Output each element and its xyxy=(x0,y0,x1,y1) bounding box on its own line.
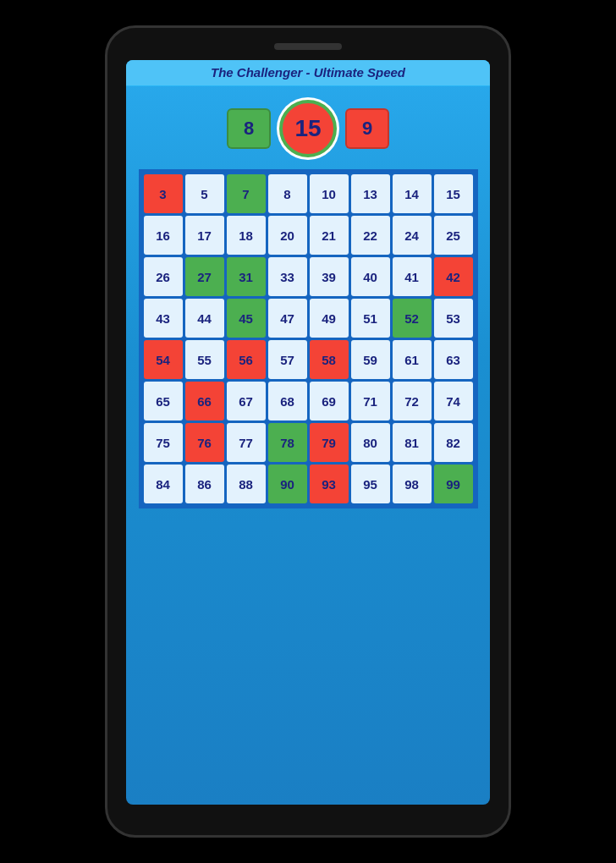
grid-cell-10[interactable]: 10 xyxy=(310,174,349,213)
grid-cell-42[interactable]: 42 xyxy=(434,257,473,296)
grid-cell-57[interactable]: 57 xyxy=(268,340,307,379)
grid-cell-40[interactable]: 40 xyxy=(351,257,390,296)
grid-cell-33[interactable]: 33 xyxy=(268,257,307,296)
grid-cell-20[interactable]: 20 xyxy=(268,216,307,255)
grid-cell-75[interactable]: 75 xyxy=(144,423,183,462)
grid-cell-99[interactable]: 99 xyxy=(434,464,473,503)
left-number-box[interactable]: 8 xyxy=(227,108,271,149)
phone-screen: The Challenger - Ultimate Speed 8 15 9 3… xyxy=(126,60,490,805)
center-number-value: 15 xyxy=(294,115,321,142)
grid-cell-21[interactable]: 21 xyxy=(310,216,349,255)
grid-cell-72[interactable]: 72 xyxy=(393,382,432,421)
grid-cell-71[interactable]: 71 xyxy=(351,382,390,421)
grid-cell-44[interactable]: 44 xyxy=(185,299,224,338)
grid-cell-51[interactable]: 51 xyxy=(351,299,390,338)
right-number-value: 9 xyxy=(362,118,372,140)
grid-cell-43[interactable]: 43 xyxy=(144,299,183,338)
grid-cell-22[interactable]: 22 xyxy=(351,216,390,255)
grid-cell-7[interactable]: 7 xyxy=(227,174,266,213)
phone-device: The Challenger - Ultimate Speed 8 15 9 3… xyxy=(105,25,511,838)
grid-cell-76[interactable]: 76 xyxy=(185,423,224,462)
grid-cell-24[interactable]: 24 xyxy=(393,216,432,255)
grid-cell-26[interactable]: 26 xyxy=(144,257,183,296)
left-number-value: 8 xyxy=(244,118,254,140)
grid-cell-81[interactable]: 81 xyxy=(393,423,432,462)
grid-cell-49[interactable]: 49 xyxy=(310,299,349,338)
game-title: The Challenger - Ultimate Speed xyxy=(211,65,405,80)
grid-cell-61[interactable]: 61 xyxy=(393,340,432,379)
grid-cell-65[interactable]: 65 xyxy=(144,382,183,421)
grid-cell-25[interactable]: 25 xyxy=(434,216,473,255)
grid-cell-13[interactable]: 13 xyxy=(351,174,390,213)
grid-cell-84[interactable]: 84 xyxy=(144,464,183,503)
grid-cell-5[interactable]: 5 xyxy=(185,174,224,213)
grid-cell-52[interactable]: 52 xyxy=(393,299,432,338)
grid-cell-86[interactable]: 86 xyxy=(185,464,224,503)
grid-cell-41[interactable]: 41 xyxy=(393,257,432,296)
grid-cell-77[interactable]: 77 xyxy=(227,423,266,462)
grid-cell-78[interactable]: 78 xyxy=(268,423,307,462)
grid-cell-93[interactable]: 93 xyxy=(310,464,349,503)
grid-cell-55[interactable]: 55 xyxy=(185,340,224,379)
grid-cell-27[interactable]: 27 xyxy=(185,257,224,296)
grid-cell-15[interactable]: 15 xyxy=(434,174,473,213)
grid-cell-45[interactable]: 45 xyxy=(227,299,266,338)
grid-cell-3[interactable]: 3 xyxy=(144,174,183,213)
center-number-circle[interactable]: 15 xyxy=(279,100,337,157)
grid-cell-53[interactable]: 53 xyxy=(434,299,473,338)
grid-cell-67[interactable]: 67 xyxy=(227,382,266,421)
grid-cell-54[interactable]: 54 xyxy=(144,340,183,379)
grid-cell-16[interactable]: 16 xyxy=(144,216,183,255)
grid-cell-39[interactable]: 39 xyxy=(310,257,349,296)
grid-cell-18[interactable]: 18 xyxy=(227,216,266,255)
grid-cell-79[interactable]: 79 xyxy=(310,423,349,462)
grid-cell-56[interactable]: 56 xyxy=(227,340,266,379)
grid-cell-88[interactable]: 88 xyxy=(227,464,266,503)
phone-speaker xyxy=(274,43,342,50)
grid-cell-74[interactable]: 74 xyxy=(434,382,473,421)
grid-cell-66[interactable]: 66 xyxy=(185,382,224,421)
grid-cell-69[interactable]: 69 xyxy=(310,382,349,421)
right-number-box[interactable]: 9 xyxy=(345,108,389,149)
grid-cell-98[interactable]: 98 xyxy=(393,464,432,503)
grid-cell-58[interactable]: 58 xyxy=(310,340,349,379)
grid-cell-47[interactable]: 47 xyxy=(268,299,307,338)
number-grid: 3578101314151617182021222425262731333940… xyxy=(139,169,478,508)
grid-cell-14[interactable]: 14 xyxy=(393,174,432,213)
grid-cell-90[interactable]: 90 xyxy=(268,464,307,503)
grid-cell-68[interactable]: 68 xyxy=(268,382,307,421)
grid-cell-63[interactable]: 63 xyxy=(434,340,473,379)
grid-cell-17[interactable]: 17 xyxy=(185,216,224,255)
title-bar: The Challenger - Ultimate Speed xyxy=(126,60,490,86)
grid-cell-8[interactable]: 8 xyxy=(268,174,307,213)
grid-cell-59[interactable]: 59 xyxy=(351,340,390,379)
grid-cell-82[interactable]: 82 xyxy=(434,423,473,462)
grid-cell-80[interactable]: 80 xyxy=(351,423,390,462)
grid-cell-95[interactable]: 95 xyxy=(351,464,390,503)
grid-cell-31[interactable]: 31 xyxy=(227,257,266,296)
top-numbers-row: 8 15 9 xyxy=(227,100,389,157)
